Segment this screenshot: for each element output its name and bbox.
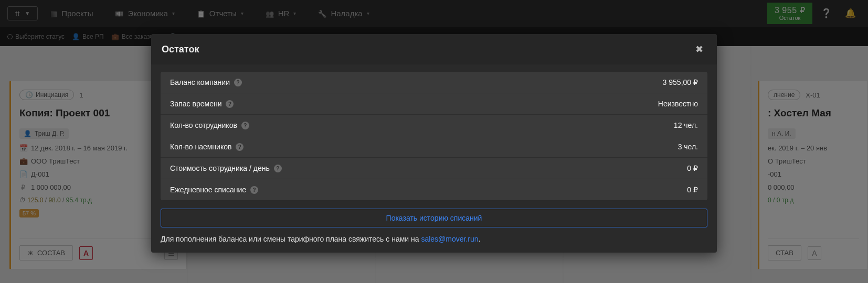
row-value: 3 чел. <box>678 143 698 151</box>
balance-table: Баланс компании? 3 955,00 ₽ Запас времен… <box>161 72 707 200</box>
contact-suffix: . <box>479 235 481 243</box>
contact-email-link[interactable]: sales@mover.run <box>421 235 478 243</box>
row-value: Неизвестно <box>658 100 698 108</box>
balance-modal: Остаток ✖ Баланс компании? 3 955,00 ₽ За… <box>151 34 717 253</box>
help-icon[interactable]: ? <box>250 186 258 194</box>
row-value: 0 ₽ <box>687 164 698 172</box>
row-label: Кол-во наемников <box>170 143 231 151</box>
modal-header: Остаток ✖ <box>151 34 717 64</box>
row-value: 12 чел. <box>674 121 698 129</box>
row-label: Кол-во сотрудников <box>170 121 237 129</box>
table-row: Кол-во наемников? 3 чел. <box>161 136 707 158</box>
help-icon[interactable]: ? <box>234 79 242 86</box>
table-row: Стоимость сотрудника / день? 0 ₽ <box>161 158 707 179</box>
contact-text: Для пополнения баланса или смены тарифно… <box>161 235 421 243</box>
row-label: Ежедневное списание <box>170 186 246 194</box>
contact-note: Для пополнения баланса или смены тарифно… <box>161 235 707 243</box>
row-value: 3 955,00 ₽ <box>663 78 698 86</box>
row-label: Запас времени <box>170 100 221 108</box>
help-icon[interactable]: ? <box>241 122 249 129</box>
modal-overlay[interactable]: Остаток ✖ Баланс компании? 3 955,00 ₽ За… <box>0 0 868 283</box>
history-button[interactable]: Показать историю списаний <box>161 209 707 227</box>
table-row: Ежедневное списание? 0 ₽ <box>161 179 707 200</box>
row-label: Стоимость сотрудника / день <box>170 164 270 172</box>
close-icon[interactable]: ✖ <box>692 41 706 57</box>
modal-title: Остаток <box>162 44 199 55</box>
help-icon[interactable]: ? <box>274 165 282 172</box>
table-row: Кол-во сотрудников? 12 чел. <box>161 115 707 136</box>
row-label: Баланс компании <box>170 78 230 86</box>
row-value: 0 ₽ <box>687 186 698 194</box>
table-row: Баланс компании? 3 955,00 ₽ <box>161 72 707 93</box>
help-icon[interactable]: ? <box>236 143 244 151</box>
table-row: Запас времени? Неизвестно <box>161 93 707 115</box>
help-icon[interactable]: ? <box>226 100 234 108</box>
